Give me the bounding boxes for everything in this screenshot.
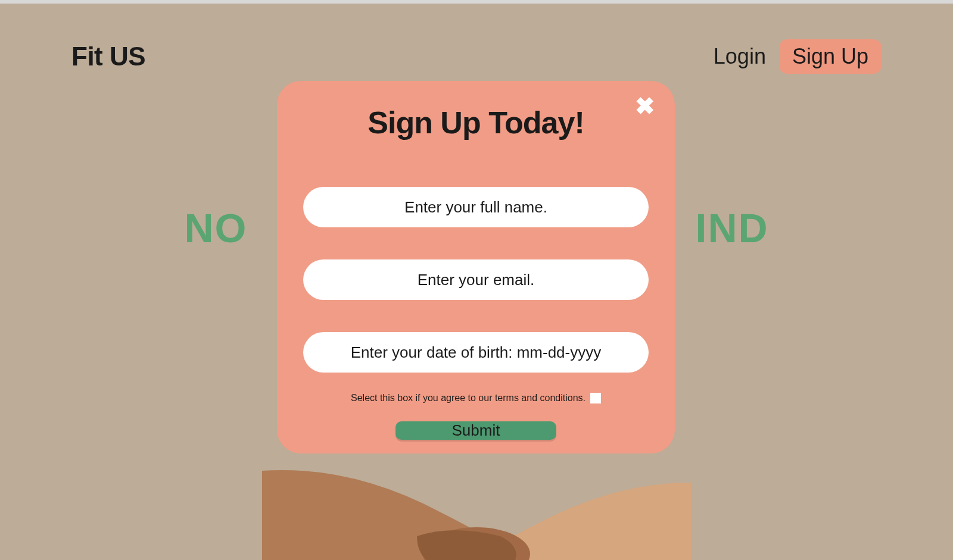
brand-title: Fit US (71, 42, 145, 71)
hero-headline-left: NO (184, 205, 247, 251)
terms-row: Select this box if you agree to our term… (351, 393, 601, 403)
modal-title: Sign Up Today! (368, 105, 584, 140)
email-input[interactable] (303, 259, 649, 300)
signup-button[interactable]: Sign Up (779, 39, 882, 74)
signup-modal: ✖ Sign Up Today! Select this box if you … (277, 81, 675, 453)
signup-form (302, 187, 650, 373)
close-icon[interactable]: ✖ (633, 94, 657, 118)
submit-button[interactable]: Submit (395, 421, 556, 440)
header: Fit US Login Sign Up (0, 4, 953, 74)
page: Fit US Login Sign Up NO IND (0, 4, 953, 560)
fullname-input[interactable] (303, 187, 649, 227)
terms-checkbox[interactable] (590, 393, 601, 403)
dob-input[interactable] (303, 332, 649, 373)
nav: Login Sign Up (714, 39, 882, 74)
terms-label: Select this box if you agree to our term… (351, 393, 585, 403)
login-button[interactable]: Login (714, 44, 766, 69)
hero-headline-right: IND (696, 205, 769, 251)
